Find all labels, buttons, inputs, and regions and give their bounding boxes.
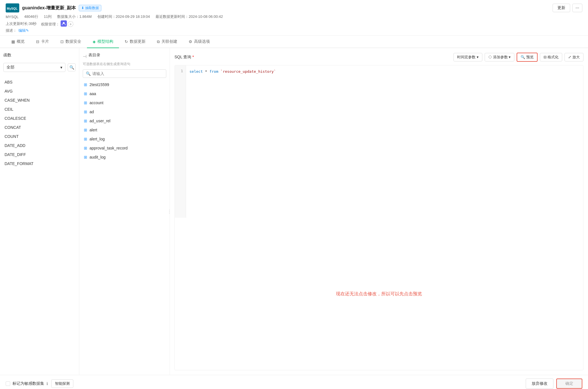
table-name: 2test15599 (90, 82, 109, 87)
confirm-button[interactable]: 确定 (556, 379, 582, 389)
macro-params-button[interactable]: 时间宏参数 ▾ (453, 53, 482, 61)
func-date-add[interactable]: DATE_ADD (3, 141, 76, 150)
perm-add-button[interactable]: + (68, 21, 73, 27)
tables-panel: ⊣ 表目录 可选数据表在右侧生成查询语句 🔍 ⊞ 2test15599 ⊞ aa… (79, 48, 170, 375)
table-name: approval_task_record (90, 146, 128, 150)
add-params-button[interactable]: ◇ 添加参数 ▾ (485, 53, 514, 61)
sql-title-area: SQL 查询 * (174, 55, 194, 60)
sensitive-label: 标记为敏感数据集 (12, 381, 44, 386)
table-icon: ⊞ (84, 146, 87, 150)
tables-search-box[interactable]: 🔍 (83, 69, 166, 78)
table-account[interactable]: ⊞ account (83, 98, 166, 107)
functions-panel: 函数 全部 ▾ 🔍 ABS AVG CASE_WHEN CEIL COALESC… (0, 48, 79, 375)
func-date-diff[interactable]: DATE_DIFF (3, 150, 76, 159)
tab-overview[interactable]: ▦ 概览 (6, 36, 30, 48)
tables-hint: 可选数据表在右侧生成查询语句 (83, 62, 166, 67)
perm-icon (61, 20, 67, 27)
tables-search-input[interactable] (92, 71, 163, 76)
tab-model[interactable]: ◈ 模型结构 (87, 36, 119, 48)
table-alert[interactable]: ⊞ alert (83, 125, 166, 134)
sql-star-op: * (205, 69, 210, 74)
page-title: guanindex-增量更新_副本 (22, 5, 76, 11)
tabs: ▦ 概览 ⊟ 卡片 ⊡ 数据安全 ◈ 模型结构 ↻ 数据更新 ⧉ 关联创建 ⚙ … (0, 36, 588, 48)
sql-hint-text: 现在还无法点击修改，所以可以先点击预览 (175, 291, 583, 297)
model-icon: ◈ (93, 39, 96, 44)
table-audit-log[interactable]: ⊞ audit_log (83, 153, 166, 162)
table-name: ad (90, 110, 94, 114)
size-label: 数据集大小：1.864M (57, 14, 91, 19)
sql-required-mark: * (192, 55, 194, 59)
func-case-when[interactable]: CASE_WHEN (3, 96, 76, 105)
panel-drag-handle[interactable]: ⋮ (168, 207, 170, 216)
tab-related[interactable]: ⧉ 关联创建 (151, 36, 183, 48)
func-count[interactable]: COUNT (3, 132, 76, 141)
header-meta2: 上次更新时长:39秒 权限管理： + (6, 20, 582, 27)
tab-card[interactable]: ⊟ 卡片 (30, 36, 55, 48)
table-aaa[interactable]: ⊞ aaa (83, 89, 166, 98)
line-1: 1 (178, 69, 183, 73)
tab-advanced[interactable]: ⚙ 高级选项 (183, 36, 216, 48)
svg-text:MySQL: MySQL (7, 7, 18, 10)
table-icon: ⊞ (84, 91, 87, 96)
functions-title: 函数 (3, 53, 76, 58)
func-abs[interactable]: ABS (3, 78, 76, 87)
header-top: MySQL guanindex-增量更新_副本 ⬇ 抽取数据 更新 ··· (6, 3, 582, 12)
table-approval-task-record[interactable]: ⊞ approval_task_record (83, 144, 166, 153)
table-name: account (90, 101, 103, 105)
table-icon: ⊞ (84, 137, 87, 141)
db-type: MYSQL (6, 15, 19, 19)
table-alert-log[interactable]: ⊞ alert_log (83, 134, 166, 144)
created-info: 创建时间：2024-09-29 18:19:04 (97, 14, 150, 19)
header: MySQL guanindex-增量更新_副本 ⬇ 抽取数据 更新 ··· MY… (0, 0, 588, 36)
tab-model-label: 模型结构 (97, 39, 113, 44)
func-date-format[interactable]: DATE_FORMAT (3, 159, 76, 168)
func-concat[interactable]: CONCAT (3, 123, 76, 132)
overview-icon: ▦ (11, 39, 15, 44)
table-2test15599[interactable]: ⊞ 2test15599 (83, 80, 166, 89)
func-coalesce[interactable]: COALESCE (3, 114, 76, 123)
line-numbers: 1 (175, 65, 186, 218)
discard-button[interactable]: 放弃修改 (526, 379, 553, 389)
table-name: alert (90, 128, 97, 132)
preview-button[interactable]: 🔍 预览 (517, 53, 538, 62)
tab-related-label: 关联创建 (161, 39, 177, 44)
tab-overview-label: 概览 (17, 39, 25, 44)
extract-badge: ⬇ 抽取数据 (79, 5, 101, 11)
related-icon: ⧉ (157, 39, 160, 44)
format-button[interactable]: ⊟ 格式化 (540, 53, 563, 61)
sql-panel: SQL 查询 * 时间宏参数 ▾ ◇ 添加参数 ▾ 🔍 预览 ⊟ 格式化 ⤢ 放… (170, 48, 588, 375)
smart-detect-button[interactable]: 智能探测 (51, 379, 73, 388)
tables-title: 表目录 (88, 53, 100, 58)
mysql-logo: MySQL (6, 3, 19, 12)
edit-link[interactable]: 编辑✎ (18, 28, 29, 33)
search-icon: 🔍 (86, 71, 91, 76)
func-ceil[interactable]: CEIL (3, 105, 76, 114)
sql-code-area[interactable]: select * from `resource_update_history` (186, 65, 583, 218)
advanced-icon: ⚙ (189, 39, 192, 44)
row-count: 48046行 (24, 14, 38, 19)
func-filter-label: 全部 (7, 65, 14, 70)
chevron-down-icon: ▾ (60, 65, 62, 70)
footer: 标记为敏感数据集 ℹ 智能探测 放弃修改 确定 (0, 375, 588, 389)
more-button[interactable]: ··· (572, 4, 582, 12)
sensitive-checkbox[interactable] (6, 381, 10, 386)
sql-select-keyword: select (189, 69, 203, 74)
tab-security[interactable]: ⊡ 数据安全 (55, 36, 87, 48)
tab-update[interactable]: ↻ 数据更新 (119, 36, 151, 48)
table-icon: ⊞ (84, 155, 87, 159)
func-filter-select[interactable]: 全部 ▾ (3, 63, 65, 72)
expand-button[interactable]: ⤢ 放大 (564, 53, 583, 61)
table-icon: ⊞ (84, 128, 87, 132)
table-ad-user-rel[interactable]: ⊞ ad_user_rel (83, 116, 166, 125)
search-icon: 🔍 (69, 65, 74, 70)
collapse-icon[interactable]: ⊣ (83, 54, 87, 59)
last-update: 上次更新时长:39秒 (6, 21, 37, 26)
table-ad[interactable]: ⊞ ad (83, 107, 166, 116)
func-avg[interactable]: AVG (3, 87, 76, 96)
refresh-button[interactable]: 更新 (553, 4, 570, 12)
header-meta1: MYSQL 48046行 11列 数据集大小：1.864M 创建时间：2024-… (6, 14, 582, 19)
header-left: MySQL guanindex-增量更新_副本 ⬇ 抽取数据 (6, 3, 101, 12)
func-search-button[interactable]: 🔍 (68, 63, 76, 71)
table-icon: ⊞ (84, 82, 87, 87)
table-name: aaa (90, 91, 96, 96)
